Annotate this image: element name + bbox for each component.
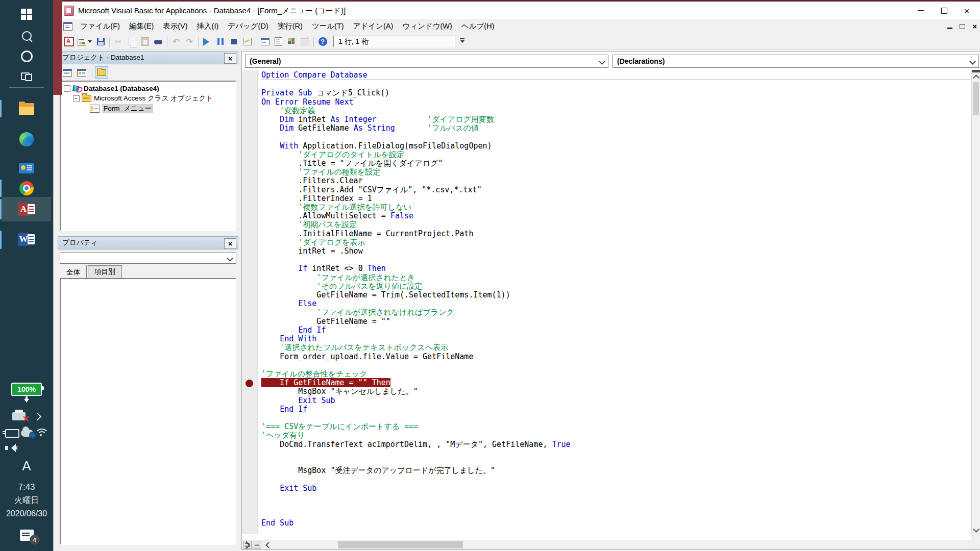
design-mode-button[interactable] bbox=[241, 36, 253, 48]
project-explorer-button[interactable] bbox=[259, 36, 271, 48]
paste-button[interactable] bbox=[139, 36, 151, 48]
code-line-8[interactable] bbox=[261, 133, 971, 141]
code-text[interactable]: Option Compare Database Private Sub コマンド… bbox=[257, 70, 971, 534]
code-line-42[interactable]: 'ヘッダ有り bbox=[261, 431, 971, 440]
code-line-34[interactable] bbox=[261, 361, 971, 370]
onedrive-sync-icon[interactable] bbox=[21, 430, 33, 437]
project-panel-header[interactable]: プロジェクト - Database1 × bbox=[58, 51, 238, 64]
properties-panel-header[interactable]: プロパティ × bbox=[58, 236, 238, 249]
run-button[interactable] bbox=[201, 36, 213, 48]
code-line-49[interactable] bbox=[261, 493, 971, 502]
reset-button[interactable] bbox=[228, 36, 240, 48]
code-line-27[interactable]: Else bbox=[261, 299, 971, 308]
mail-app-button[interactable] bbox=[0, 159, 53, 178]
code-line-29[interactable]: GetFileName = "" bbox=[261, 317, 971, 326]
vertical-scrollbar[interactable] bbox=[971, 70, 980, 534]
start-button[interactable] bbox=[0, 5, 53, 23]
menu-item-9[interactable]: ウィンドウ(W) bbox=[398, 19, 457, 33]
scroll-up-button[interactable] bbox=[972, 72, 980, 81]
code-line-39[interactable]: End If bbox=[261, 405, 971, 414]
undo-button[interactable]: ↶ bbox=[170, 36, 182, 48]
code-line-35[interactable]: 'ファイルの整合性をチェック bbox=[261, 370, 971, 379]
code-line-38[interactable]: Exit Sub bbox=[261, 396, 971, 405]
mdi-minimize-button[interactable] bbox=[947, 28, 952, 29]
code-line-52[interactable]: End Sub bbox=[261, 519, 971, 528]
mdi-close-button[interactable]: × bbox=[972, 22, 977, 30]
cut-button[interactable]: ✂ bbox=[112, 36, 125, 48]
mdi-restore-button[interactable] bbox=[960, 24, 965, 29]
code-line-21[interactable]: intRet = .Show bbox=[261, 247, 971, 256]
notification-center-button[interactable]: 4 bbox=[0, 527, 53, 544]
project-panel-close-button[interactable]: × bbox=[224, 53, 236, 64]
code-line-36[interactable]: If GetFileName = "" Then bbox=[261, 379, 971, 387]
minimize-button[interactable] bbox=[911, 3, 931, 18]
code-line-15[interactable]: .FilterIndex = 1 bbox=[261, 194, 971, 203]
scroll-right-button[interactable] bbox=[242, 540, 251, 550]
procedure-combo[interactable]: (Declarations) bbox=[612, 55, 979, 68]
file-explorer-button[interactable] bbox=[0, 98, 53, 119]
code-line-31[interactable]: End With bbox=[261, 335, 971, 343]
code-line-19[interactable]: .InitialFileName = CurrentProject.Path bbox=[261, 230, 971, 238]
scroll-down-button[interactable] bbox=[972, 525, 980, 534]
code-line-23[interactable]: If intRet <> 0 Then bbox=[261, 264, 971, 273]
tree-expander-icon[interactable] bbox=[73, 95, 80, 102]
code-line-40[interactable] bbox=[261, 414, 971, 422]
properties-object-combo[interactable] bbox=[60, 253, 236, 264]
redo-button[interactable]: ↷ bbox=[183, 36, 195, 48]
code-line-18[interactable]: '初期パスを設定 bbox=[261, 220, 971, 229]
access-button[interactable]: A bbox=[0, 200, 53, 218]
view-object-button[interactable] bbox=[75, 66, 88, 79]
vertical-scroll-thumb[interactable] bbox=[973, 82, 979, 115]
clock-time[interactable]: 7:43 bbox=[0, 482, 53, 493]
code-line-45[interactable] bbox=[261, 458, 971, 466]
view-code-button[interactable] bbox=[61, 66, 74, 79]
code-line-46[interactable]: MsgBox "受注データのアップロードが完了しました。" bbox=[261, 466, 971, 475]
code-line-30[interactable]: End If bbox=[261, 326, 971, 335]
tree-node-2[interactable]: Microsoft Access クラス オブジェクト bbox=[61, 93, 235, 104]
ime-mode-button[interactable]: A bbox=[0, 457, 53, 474]
properties-panel-close-button[interactable]: × bbox=[224, 238, 236, 249]
wifi-icon[interactable] bbox=[35, 429, 48, 438]
properties-tab-1[interactable]: 全体 bbox=[60, 265, 87, 279]
code-line-12[interactable]: 'ファイルの種類を設定 bbox=[261, 168, 971, 177]
menu-item-4[interactable]: 挿入(I) bbox=[192, 19, 224, 33]
breakpoint-dot[interactable] bbox=[246, 380, 253, 387]
project-tree[interactable]: Database1 (Database4)Microsoft Access クラ… bbox=[60, 81, 236, 231]
find-button[interactable] bbox=[152, 36, 164, 48]
code-line-44[interactable] bbox=[261, 449, 971, 458]
volume-button[interactable]: × bbox=[0, 442, 53, 454]
code-line-24[interactable]: 'ファイルが選択されたとき bbox=[261, 273, 971, 282]
menu-item-7[interactable]: ツール(T) bbox=[307, 19, 349, 33]
code-line-41[interactable]: '=== CSVをテーブルにインポートする === bbox=[261, 422, 971, 431]
toggle-folders-button[interactable] bbox=[95, 66, 108, 79]
code-line-51[interactable] bbox=[261, 510, 971, 519]
tree-node-1[interactable]: Database1 (Database4) bbox=[61, 83, 235, 93]
tree-node-3[interactable]: Form_メニュー bbox=[61, 104, 235, 114]
view-access-button[interactable] bbox=[63, 36, 75, 48]
maximize-button[interactable] bbox=[934, 3, 954, 18]
save-button[interactable] bbox=[94, 36, 107, 48]
copy-button[interactable] bbox=[126, 36, 138, 48]
code-line-9[interactable]: With Application.FileDialog(msoFileDialo… bbox=[261, 142, 971, 151]
code-line-5[interactable]: '変数定義 bbox=[261, 107, 971, 115]
battery-status-badge[interactable]: 100% bbox=[0, 383, 53, 396]
code-line-13[interactable]: .Filters.Clear bbox=[261, 177, 971, 185]
toolbox-button[interactable] bbox=[299, 36, 311, 48]
scroll-left-button[interactable] bbox=[264, 540, 273, 550]
properties-window-button[interactable] bbox=[272, 36, 284, 48]
code-line-22[interactable] bbox=[261, 256, 971, 264]
code-line-37[interactable]: MsgBox "キャンセルしました。" bbox=[261, 387, 971, 396]
code-line-17[interactable]: .AllowMultiSelect = False bbox=[261, 212, 971, 220]
code-line-6[interactable]: Dim intRet As Integer 'ダイアログ用変数 bbox=[261, 115, 971, 124]
insert-object-button[interactable] bbox=[76, 36, 93, 48]
code-line-14[interactable]: .Filters.Add "CSVファイル", "*.csv,*.txt" bbox=[261, 186, 971, 194]
code-line-25[interactable]: 'そのフルパスを返り値に設定 bbox=[261, 282, 971, 291]
menu-item-10[interactable]: ヘルプ(H) bbox=[457, 19, 499, 33]
code-line-4[interactable]: On Error Resume Next bbox=[261, 98, 971, 107]
menu-item-8[interactable]: アドイン(A) bbox=[349, 19, 398, 33]
code-window-icon[interactable] bbox=[63, 22, 72, 31]
word-button[interactable]: W bbox=[0, 229, 53, 250]
toolbar-options-button[interactable] bbox=[458, 35, 467, 48]
code-line-16[interactable]: '複数ファイル選択を許可しない bbox=[261, 203, 971, 212]
code-line-28[interactable]: 'ファイルが選択されなければブランク bbox=[261, 308, 971, 317]
